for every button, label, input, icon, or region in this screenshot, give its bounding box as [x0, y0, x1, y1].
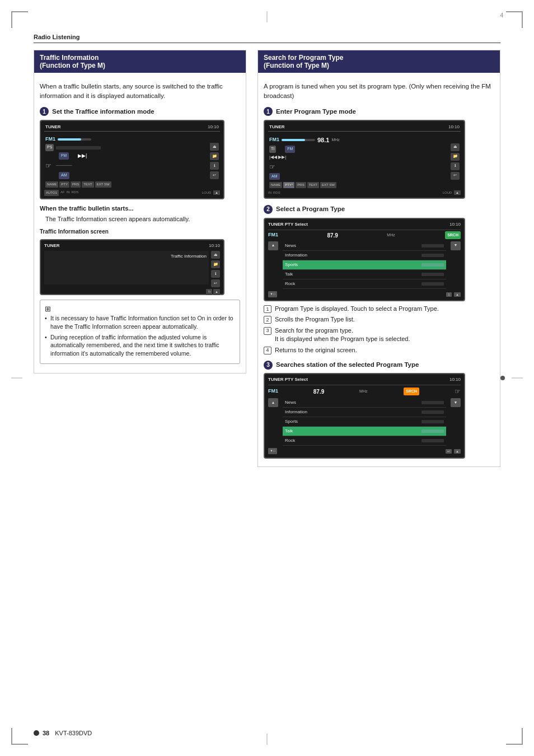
tuner-pty-row-am: AM	[269, 173, 448, 180]
pty-body-1: ▲ News Information	[268, 241, 461, 289]
traffic-icon-2: 📁	[211, 260, 220, 268]
annot-item-4: 4 Returns to the original screen.	[264, 346, 494, 354]
tuner-screen-pty-enter: TUNER 10:10 FM1 98.1 MHz	[264, 120, 465, 199]
btn-text: TEXT	[82, 181, 93, 188]
pty-item-info-text-1: Information	[285, 252, 419, 259]
tuner-pty-side-btns: ⏏ 📁 ℹ ↩	[451, 134, 460, 189]
pty-item-news-1[interactable]: News	[283, 241, 446, 251]
search-pty-section: Search for Program Type (Function of Typ…	[257, 50, 500, 467]
pty-srch-btn-1[interactable]: SRCH	[445, 231, 461, 240]
annot-text-4: Returns to the original screen.	[275, 346, 357, 354]
tuner-pty-title: TUNER	[269, 124, 285, 130]
tuner-pty-fm-btn: FM	[285, 146, 295, 153]
tuner-pty-freq: 98.1	[317, 136, 329, 145]
footer-bullet-circle	[34, 730, 39, 736]
pty-freq-row-2: FM1 87.9 MHz SRCH ☞	[268, 386, 461, 396]
pty-select-header-2: TUNER PTY Select 10:10	[268, 376, 461, 385]
tuner-footer-1: AUTO1 AF IN RDS LOUD ▲	[44, 190, 220, 196]
pty-fm-label-1: FM1	[268, 231, 278, 239]
pty-item-rock-1[interactable]: Rock	[283, 279, 446, 289]
tuner-pty-footer-left: IN RDS	[268, 190, 280, 195]
traffic-info-content-label: Traffic Information	[171, 253, 207, 260]
tuner-row-fm-button: FM ▶▶|	[45, 152, 208, 160]
pty-item-sports-text-1: Sports	[285, 262, 419, 268]
annot-item-2: 2 Scrolls the Program Type list.	[264, 315, 494, 324]
pty-down-btn[interactable]: ▼	[451, 241, 461, 250]
pty-btn-extsw: EXT SW	[320, 182, 336, 188]
pty-item-talk-2[interactable]: Talk	[283, 427, 446, 436]
pty-item-info-2[interactable]: Information	[283, 408, 446, 417]
footer-page-num: 38	[43, 730, 49, 736]
tuner-ps-label: PS	[45, 144, 54, 151]
pty-item-talk-1[interactable]: Talk	[283, 270, 446, 279]
pty-item-info-text-2: Information	[285, 409, 419, 416]
footer-auto1: AUTO1	[44, 190, 59, 196]
tuner-fm-label: FM1	[45, 136, 55, 143]
pty-step1-num: 1	[264, 107, 273, 116]
pty-item-rock-2[interactable]: Rock	[283, 436, 446, 446]
tuner-pty-mhz: MHz	[331, 137, 339, 143]
bulletin-desc: The Traffic Information screen appears a…	[45, 214, 240, 224]
step1-num: 1	[40, 107, 49, 116]
tuner-bottom-btns-1: NAME PTY PRS TEXT EXT SW	[45, 181, 208, 188]
pty-side-icon-1: ⏏	[451, 143, 460, 151]
tuner-pty-row-fm1: FM1 98.1 MHz	[269, 136, 448, 145]
traffic-info-title: Traffic Information	[40, 54, 99, 62]
pty-item-rock-text-2: Rock	[285, 437, 419, 444]
pty-footer-right-1: 1 ▲	[446, 291, 461, 298]
tuner-pty-header: TUNER 10:10	[268, 123, 461, 132]
pty-down-btn-2[interactable]: ▼	[451, 398, 461, 407]
traffic-screen-time: 10:10	[209, 242, 220, 249]
pty-item-sports-text-2: Sports	[285, 418, 419, 425]
tuner-row-hand: ☞ ─────	[45, 161, 208, 171]
tuner-icon-info: ℹ	[210, 162, 219, 170]
left-column: Traffic Information (Function of Type M)…	[34, 50, 246, 475]
section-label: Radio Listening	[34, 34, 500, 43]
pty-item-news-text-1: News	[285, 242, 419, 249]
pty-footer-btn-1: ▼□	[268, 291, 277, 297]
pty-item-sports-1[interactable]: Sports	[283, 260, 446, 270]
tuner-pty-am-btn: AM	[269, 173, 280, 180]
pty-side-icon-3: ℹ	[451, 162, 460, 170]
pty-btn-pty: PTY*	[283, 182, 294, 188]
tuner-pty-footer-right: LOUD ▲	[443, 190, 461, 195]
traffic-info-screen-mock: TUNER 10:10 Traffic Information ⏏ 📁 ℹ	[40, 239, 224, 295]
pty-step3-header: 3 Searches station of the selected Progr…	[264, 360, 494, 370]
tuner-row-am: AM	[45, 172, 208, 179]
tuner-pty-main: FM1 98.1 MHz TI FM	[269, 134, 448, 189]
tuner-time-1: 10:10	[208, 124, 219, 130]
pty-freq-row-1: FM1 87.9 MHz SRCH	[268, 231, 461, 240]
pty-item-sports-2[interactable]: Sports	[283, 417, 446, 427]
search-pty-title-bar: Search for Program Type (Function of Typ…	[258, 50, 500, 73]
pty-footer-back-2: ↩	[446, 449, 452, 454]
pty-up-btn[interactable]: ▲	[268, 241, 278, 250]
pty-footer-left-2: ▼□	[268, 448, 277, 454]
pty-side-icon-2: 📁	[451, 153, 460, 161]
pty-list-2: News Information Sports	[283, 398, 446, 446]
pty-footer-left-1: ▼□	[268, 291, 277, 297]
pty-step3-num: 3	[264, 361, 273, 370]
pty-srch-btn-2[interactable]: SRCH	[404, 388, 419, 396]
pty-step2-header: 2 Select a Program Type	[264, 204, 494, 214]
traffic-intro: When a traffic bulletin starts, any sour…	[40, 82, 240, 101]
traffic-icon-3: ℹ	[211, 270, 220, 278]
traffic-info-content: When a traffic bulletin starts, any sour…	[34, 77, 246, 373]
pty-select-screen-2: TUNER PTY Select 10:10 FM1 87.9 MHz SRCH…	[264, 373, 465, 459]
pty-footer-2: ▼□ ↩ ▲	[268, 447, 461, 455]
pty-select-title-2: TUNER PTY Select	[268, 376, 308, 383]
tuner-header-1: TUNER 10:10	[44, 123, 220, 132]
tuner-title-1: TUNER	[45, 124, 61, 130]
tuner-fm-btn: FM	[59, 152, 69, 160]
pty-item-info-1[interactable]: Information	[283, 251, 446, 260]
annot-text-2: Scrolls the Program Type list.	[275, 315, 355, 324]
traffic-info-title-bar: Traffic Information (Function of Type M)	[34, 50, 246, 73]
tuner-pty-footer: IN RDS LOUD ▲	[268, 190, 461, 195]
pty-step1-label: Enter Program Type mode	[276, 107, 356, 116]
pty-footer-arrow-2: ▲	[454, 449, 461, 454]
pty-down-btn-col: ▼	[451, 241, 461, 289]
pty-up-btn-2[interactable]: ▲	[268, 398, 278, 407]
search-pty-title: Search for Program Type	[264, 54, 344, 62]
tuner-pty-signal-bar	[282, 139, 315, 141]
traffic-arrow-btn: ▲	[213, 289, 220, 295]
pty-item-news-2[interactable]: News	[283, 398, 446, 408]
